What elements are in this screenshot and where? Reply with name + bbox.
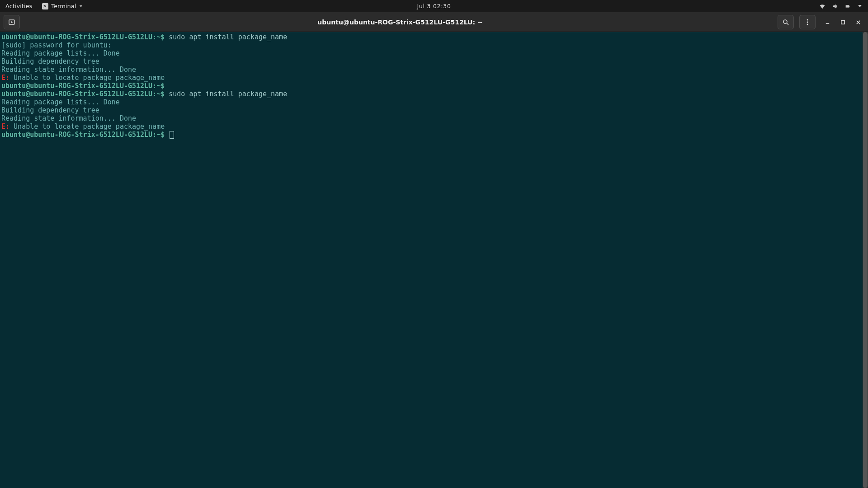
close-icon (855, 19, 861, 25)
error-message: Unable to locate package package_name (9, 74, 165, 82)
chevron-down-icon (80, 5, 82, 7)
vertical-scrollbar[interactable] (863, 32, 868, 488)
prompt-user: ubuntu@ubuntu-ROG-Strix-G512LU-G512LU (1, 33, 152, 41)
scrollbar-thumb[interactable] (863, 32, 868, 488)
chevron-down-icon (858, 5, 862, 7)
gnome-top-panel: Activities Terminal Jul 3 02:30 (0, 0, 868, 12)
output-line: Reading package lists... Done (1, 49, 867, 57)
svg-point-4 (807, 24, 808, 25)
svg-rect-5 (841, 20, 844, 23)
battery-icon (844, 3, 851, 9)
maximize-button[interactable] (836, 16, 849, 28)
minimize-icon (825, 19, 830, 25)
svg-point-2 (807, 19, 808, 21)
error-message: Unable to locate package package_name (9, 122, 165, 131)
svg-point-1 (783, 20, 787, 23)
clock[interactable]: Jul 3 02:30 (417, 3, 451, 9)
svg-point-3 (807, 22, 808, 23)
terminal-icon (42, 3, 48, 9)
output-line: Reading state information... Done (1, 66, 867, 74)
close-button[interactable] (852, 16, 864, 28)
app-menu[interactable]: Terminal (42, 3, 82, 9)
command-text: sudo apt install package_name (169, 33, 287, 41)
new-tab-button[interactable] (4, 15, 20, 29)
hamburger-menu-button[interactable] (799, 15, 816, 29)
new-tab-icon (8, 19, 15, 26)
network-icon (819, 3, 826, 9)
output-line: [sudo] password for ubuntu: (1, 41, 867, 49)
kebab-menu-icon (804, 19, 811, 26)
search-button[interactable] (778, 15, 794, 29)
terminal-window: ubuntu@ubuntu-ROG-Strix-G512LU-G512LU: ~… (0, 12, 868, 488)
minimize-button[interactable] (821, 16, 834, 28)
maximize-icon (840, 19, 846, 25)
command-text: sudo apt install package_name (169, 90, 287, 98)
volume-icon (832, 3, 838, 9)
error-prefix: E: (1, 122, 9, 131)
output-line: Building dependency tree (1, 106, 867, 114)
terminal-cursor (170, 131, 174, 139)
window-titlebar: ubuntu@ubuntu-ROG-Strix-G512LU-G512LU: ~ (0, 12, 868, 32)
window-title: ubuntu@ubuntu-ROG-Strix-G512LU-G512LU: ~ (23, 19, 778, 26)
activities-button[interactable]: Activities (5, 3, 32, 9)
search-icon (782, 19, 789, 26)
output-line: Reading package lists... Done (1, 98, 867, 106)
system-status-area[interactable] (819, 3, 868, 9)
output-line: Reading state information... Done (1, 114, 867, 122)
error-prefix: E: (1, 74, 9, 82)
output-line: Building dependency tree (1, 57, 867, 66)
terminal-viewport[interactable]: ubuntu@ubuntu-ROG-Strix-G512LU-G512LU:~$… (0, 32, 868, 488)
app-menu-label: Terminal (51, 3, 76, 9)
